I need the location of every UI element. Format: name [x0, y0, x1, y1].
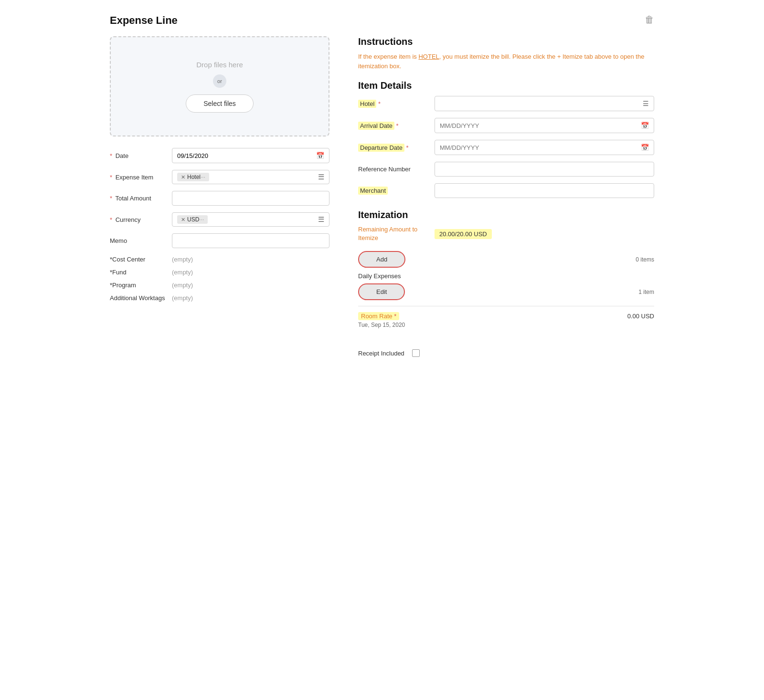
arrival-date-row: Arrival Date * 📅: [358, 118, 654, 133]
total-amount-input[interactable]: 20.00: [172, 191, 329, 206]
instructions-title: Instructions: [358, 36, 654, 47]
delete-icon[interactable]: 🗑: [645, 14, 654, 25]
or-badge: or: [213, 74, 226, 88]
room-rate-required-star: *: [393, 313, 397, 320]
program-label: *Program: [110, 282, 172, 289]
edit-row: Edit 1 item: [358, 283, 654, 300]
room-rate-header: Room Rate * 0.00 USD: [358, 312, 654, 320]
hotel-select[interactable]: ☰: [435, 96, 654, 111]
add-item-count: 0 items: [636, 256, 654, 263]
departure-required: *: [406, 144, 409, 151]
receipt-row: Receipt Included: [358, 342, 654, 357]
expense-item-input[interactable]: ✕ Hotel ··· ☰: [172, 170, 329, 184]
hotel-tag-remove[interactable]: ✕: [181, 174, 185, 180]
room-rate-amount: 0.00 USD: [627, 313, 654, 320]
drop-zone[interactable]: Drop files here or Select files: [110, 36, 329, 136]
date-input-container: 📅: [172, 148, 329, 163]
arrival-date-input[interactable]: [440, 122, 641, 129]
page-header: Expense Line 🗑: [110, 14, 654, 27]
currency-input[interactable]: ✕ USD ··· ☰: [172, 212, 329, 227]
fund-label: *Fund: [110, 269, 172, 276]
usd-tag-dots: ···: [199, 216, 204, 223]
total-amount-row: * Total Amount 20.00: [110, 191, 329, 206]
reference-number-input[interactable]: [435, 162, 654, 177]
remaining-row: Remaining Amount to Itemize 20.00/20.00 …: [358, 225, 654, 242]
memo-input[interactable]: Hotel: [172, 233, 329, 248]
itemization-title: Itemization: [358, 209, 654, 220]
additional-worktags-row: Additional Worktags (empty): [110, 294, 329, 302]
room-rate-date: Tue, Sep 15, 2020: [358, 322, 654, 328]
hotel-lines-icon[interactable]: ☰: [643, 100, 649, 107]
item-details-section: Item Details Hotel * ☰ Arrival Date: [358, 80, 654, 198]
calendar-icon[interactable]: 📅: [316, 152, 324, 159]
receipt-checkbox[interactable]: [412, 349, 420, 357]
room-rate-row: Room Rate * 0.00 USD Tue, Sep 15, 2020: [358, 306, 654, 328]
left-panel: Drop files here or Select files * Date 📅…: [110, 36, 329, 357]
currency-row: * Currency ✕ USD ··· ☰: [110, 212, 329, 227]
arrival-date-input-container: 📅: [435, 118, 654, 133]
remaining-value: 20.00/20.00 USD: [435, 229, 492, 239]
itemization-section: Itemization Remaining Amount to Itemize …: [358, 209, 654, 357]
memo-row: Memo Hotel: [110, 233, 329, 248]
total-amount-required-star: *: [110, 195, 112, 202]
date-label: * Date: [110, 152, 172, 159]
add-button[interactable]: Add: [358, 251, 405, 268]
hotel-field-label: Hotel *: [358, 100, 435, 107]
arrival-calendar-icon[interactable]: 📅: [641, 122, 649, 129]
edit-button[interactable]: Edit: [358, 283, 405, 300]
item-details-title: Item Details: [358, 80, 654, 91]
currency-list-icon[interactable]: ☰: [318, 215, 324, 224]
date-input[interactable]: [177, 152, 316, 159]
departure-calendar-icon[interactable]: 📅: [641, 144, 649, 151]
main-layout: Drop files here or Select files * Date 📅…: [110, 36, 654, 357]
merchant-label: Merchant: [358, 187, 435, 194]
cost-center-row: *Cost Center (empty): [110, 256, 329, 263]
hotel-tag-dots: ···: [201, 174, 205, 180]
room-rate-label: Room Rate *: [358, 312, 399, 320]
instruction-text: If the expense item is HOTEL, you must i…: [358, 52, 654, 71]
expense-item-row: * Expense Item ✕ Hotel ··· ☰: [110, 170, 329, 184]
add-row: Add 0 items: [358, 251, 654, 268]
program-value[interactable]: (empty): [172, 282, 193, 289]
hotel-required: *: [378, 100, 381, 107]
select-files-button[interactable]: Select files: [186, 94, 254, 113]
merchant-input[interactable]: [435, 183, 654, 198]
room-rate-label-container: Room Rate *: [358, 312, 399, 320]
expense-item-required-star: *: [110, 174, 112, 181]
currency-required-star: *: [110, 216, 112, 223]
edit-item-count: 1 item: [638, 289, 654, 295]
expense-item-label: * Expense Item: [110, 174, 172, 181]
fund-row: *Fund (empty): [110, 269, 329, 276]
remaining-label: Remaining Amount to Itemize: [358, 225, 435, 242]
hotel-field-row: Hotel * ☰: [358, 96, 654, 111]
arrival-date-label: Arrival Date *: [358, 122, 435, 129]
fund-value[interactable]: (empty): [172, 269, 193, 276]
date-row: * Date 📅: [110, 148, 329, 163]
departure-date-label: Departure Date *: [358, 144, 435, 151]
departure-date-row: Departure Date * 📅: [358, 140, 654, 155]
cost-center-label: *Cost Center: [110, 256, 172, 263]
program-row: *Program (empty): [110, 282, 329, 289]
arrival-required: *: [396, 122, 399, 129]
usd-tag-remove[interactable]: ✕: [181, 217, 185, 223]
departure-date-input-container: 📅: [435, 140, 654, 155]
page-title: Expense Line: [110, 14, 178, 27]
memo-label: Memo: [110, 237, 172, 244]
additional-worktags-label: Additional Worktags: [110, 294, 172, 302]
worktags-section: *Cost Center (empty) *Fund (empty) *Prog…: [110, 256, 329, 302]
receipt-label: Receipt Included: [358, 350, 404, 357]
currency-label: * Currency: [110, 216, 172, 223]
drop-text: Drop files here: [196, 61, 243, 69]
reference-number-row: Reference Number: [358, 162, 654, 177]
daily-expenses-label: Daily Expenses: [358, 272, 654, 280]
cost-center-value[interactable]: (empty): [172, 256, 193, 263]
usd-tag: ✕ USD ···: [177, 215, 208, 224]
reference-number-label: Reference Number: [358, 166, 435, 173]
departure-date-input[interactable]: [440, 144, 641, 151]
hotel-tag: ✕ Hotel ···: [177, 173, 209, 181]
merchant-row: Merchant: [358, 183, 654, 198]
additional-worktags-value[interactable]: (empty): [172, 294, 193, 302]
date-required-star: *: [110, 152, 112, 159]
page-container: Expense Line 🗑 Drop files here or Select…: [110, 14, 654, 357]
expense-item-list-icon[interactable]: ☰: [318, 173, 324, 181]
